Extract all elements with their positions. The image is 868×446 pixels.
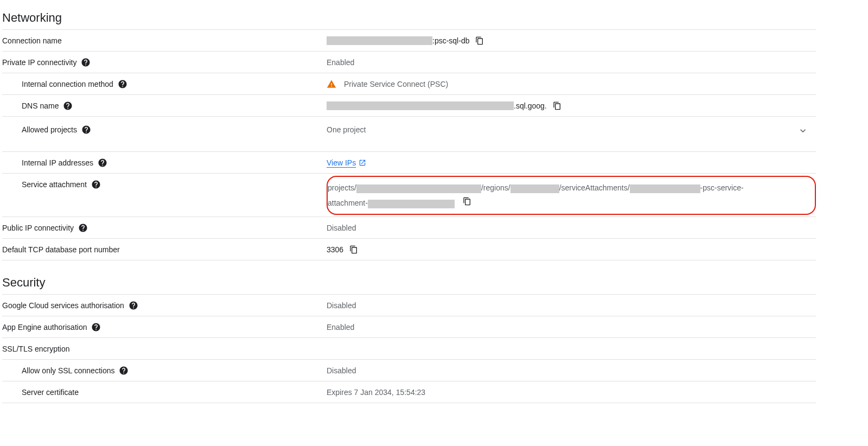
label-gcs-auth: Google Cloud services authorisation — [2, 300, 124, 311]
value-tcp-port: 3306 — [327, 244, 343, 255]
copy-icon[interactable] — [475, 36, 484, 46]
label-internal-conn-method: Internal connection method — [22, 79, 113, 90]
value-allow-only-ssl: Disabled — [327, 365, 356, 376]
row-dns-name: DNS name .sql.goog. — [2, 94, 816, 116]
value-internal-conn-method: Private Service Connect (PSC) — [344, 79, 448, 90]
value-gcs-auth: Disabled — [327, 300, 356, 311]
section-title-networking: Networking — [2, 11, 816, 25]
copy-icon[interactable] — [462, 196, 472, 206]
row-allow-only-ssl: Allow only SSL connections Disabled — [2, 359, 816, 381]
help-icon[interactable] — [63, 101, 73, 111]
row-service-attachment: Service attachment projects/ /regions/ /… — [2, 173, 816, 216]
label-internal-ips: Internal IP addresses — [22, 157, 93, 168]
external-link-icon — [358, 158, 367, 167]
redacted-block — [630, 184, 700, 193]
label-allow-only-ssl: Allow only SSL connections — [22, 365, 114, 376]
row-internal-conn-method: Internal connection method Private Servi… — [2, 73, 816, 94]
row-private-ip: Private IP connectivity Enabled — [2, 51, 816, 73]
help-icon[interactable] — [81, 58, 91, 67]
value-server-cert: Expires 7 Jan 2034, 15:54:23 — [327, 387, 425, 398]
value-connection-name-suffix: :psc-sql-db — [432, 35, 469, 46]
chevron-down-icon[interactable] — [797, 125, 808, 136]
redacted-block — [327, 36, 432, 45]
label-private-ip: Private IP connectivity — [2, 57, 76, 68]
redacted-block — [368, 200, 455, 208]
row-gcs-auth: Google Cloud services authorisation Disa… — [2, 294, 816, 316]
row-app-engine-auth: App Engine authorisation Enabled — [2, 316, 816, 337]
section-title-security: Security — [2, 276, 816, 290]
label-server-cert: Server certificate — [22, 387, 79, 398]
value-app-engine-auth: Enabled — [327, 322, 354, 333]
redacted-block — [510, 184, 559, 193]
value-allowed-projects: One project — [327, 124, 366, 135]
help-icon[interactable] — [78, 223, 88, 233]
label-dns-name: DNS name — [22, 100, 59, 111]
label-connection-name: Connection name — [2, 35, 62, 46]
help-icon[interactable] — [129, 301, 138, 310]
help-icon[interactable] — [91, 180, 101, 189]
row-server-cert: Server certificate Expires 7 Jan 2034, 1… — [2, 381, 816, 403]
value-public-ip: Disabled — [327, 222, 356, 233]
label-ssl-tls: SSL/TLS encryption — [2, 343, 70, 354]
row-tcp-port: Default TCP database port number 3306 — [2, 238, 816, 260]
value-private-ip: Enabled — [327, 57, 354, 68]
redacted-block — [356, 184, 481, 193]
copy-icon[interactable] — [552, 101, 562, 111]
row-public-ip: Public IP connectivity Disabled — [2, 216, 816, 238]
label-public-ip: Public IP connectivity — [2, 222, 74, 233]
help-icon[interactable] — [119, 366, 129, 375]
label-service-attachment: Service attachment — [22, 179, 87, 190]
help-icon[interactable] — [81, 125, 91, 135]
help-icon[interactable] — [91, 322, 101, 332]
value-service-attachment: projects/ /regions/ /serviceAttachments/… — [328, 180, 744, 211]
label-tcp-port: Default TCP database port number — [2, 244, 120, 255]
value-dns-suffix: .sql.goog. — [514, 100, 547, 111]
label-allowed-projects: Allowed projects — [22, 124, 77, 135]
row-internal-ips: Internal IP addresses View IPs — [2, 151, 816, 173]
redacted-block — [327, 101, 514, 110]
row-connection-name: Connection name :psc-sql-db — [2, 29, 816, 51]
row-allowed-projects[interactable]: Allowed projects One project — [2, 116, 816, 151]
help-icon[interactable] — [98, 158, 107, 168]
help-icon[interactable] — [118, 79, 127, 89]
row-ssl-tls: SSL/TLS encryption — [2, 337, 816, 359]
view-ips-link[interactable]: View IPs — [327, 157, 367, 168]
copy-icon[interactable] — [349, 245, 359, 254]
warning-icon — [327, 79, 336, 89]
label-app-engine-auth: App Engine authorisation — [2, 322, 87, 333]
